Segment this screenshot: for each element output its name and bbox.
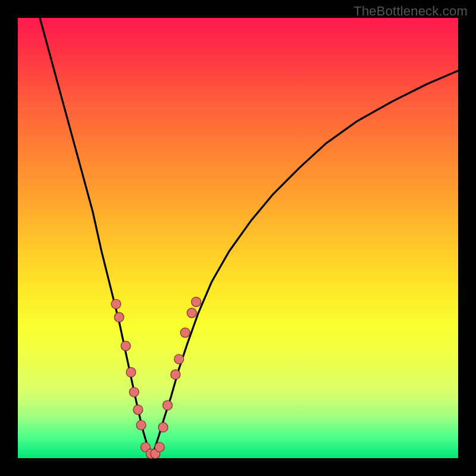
outer-frame: TheBottleneck.com — [0, 0, 476, 476]
marker-dot — [171, 369, 180, 379]
marker-dot — [163, 400, 173, 410]
marker-dot — [174, 355, 184, 364]
marker-dot — [136, 421, 146, 430]
marker-dot — [114, 312, 124, 322]
marker-dot — [155, 443, 164, 452]
marker-dot — [121, 341, 130, 350]
marker-dot — [126, 368, 136, 377]
chart-svg — [18, 18, 458, 458]
marker-dot — [192, 297, 201, 306]
watermark-text: TheBottleneck.com — [353, 4, 468, 19]
data-markers — [111, 297, 201, 458]
marker-dot — [187, 308, 196, 318]
curve-right-branch — [151, 71, 458, 456]
marker-dot — [129, 387, 139, 397]
marker-dot — [180, 328, 190, 337]
marker-dot — [111, 299, 121, 309]
marker-dot — [158, 422, 168, 432]
plot-area — [18, 18, 458, 458]
marker-dot — [133, 405, 143, 415]
